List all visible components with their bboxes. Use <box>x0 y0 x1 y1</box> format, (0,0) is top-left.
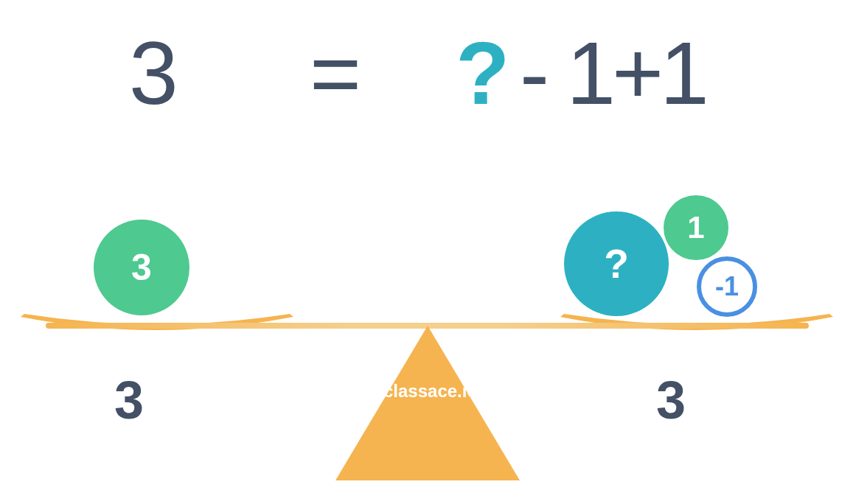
svg-marker-0 <box>335 326 520 480</box>
right-pan-minus-value: -1 <box>715 271 739 302</box>
left-pan-ball-value: 3 <box>131 246 152 289</box>
left-weight-label: 3 <box>114 370 144 430</box>
right-pan-unknown-ball: ? <box>564 211 669 316</box>
equation-unknown: ? <box>456 22 509 124</box>
right-pan-plus-value: 1 <box>687 210 704 245</box>
equation-right-expression: - 1+1 <box>520 22 706 124</box>
equation-left-value: 3 <box>129 22 178 124</box>
right-weight-label: 3 <box>656 370 686 430</box>
watermark-text: classace.io <box>383 381 478 402</box>
left-pan-ball: 3 <box>94 220 189 315</box>
right-pan-plus-ball: 1 <box>664 195 728 260</box>
balance-scale: 3 ? 1 -1 3 3 <box>0 199 856 494</box>
right-pan-minus-ball: -1 <box>697 256 757 317</box>
right-pan-unknown-value: ? <box>604 240 629 287</box>
balance-fulcrum <box>335 326 520 480</box>
fulcrum-triangle-icon <box>335 326 520 480</box>
equals-sign: = <box>310 22 361 124</box>
